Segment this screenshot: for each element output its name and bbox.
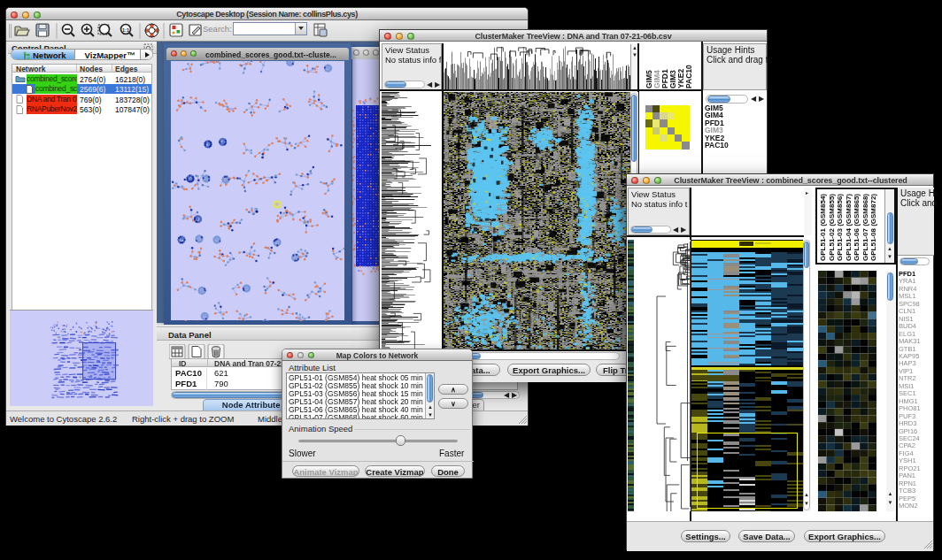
svg-text:1:1: 1:1: [122, 27, 129, 33]
